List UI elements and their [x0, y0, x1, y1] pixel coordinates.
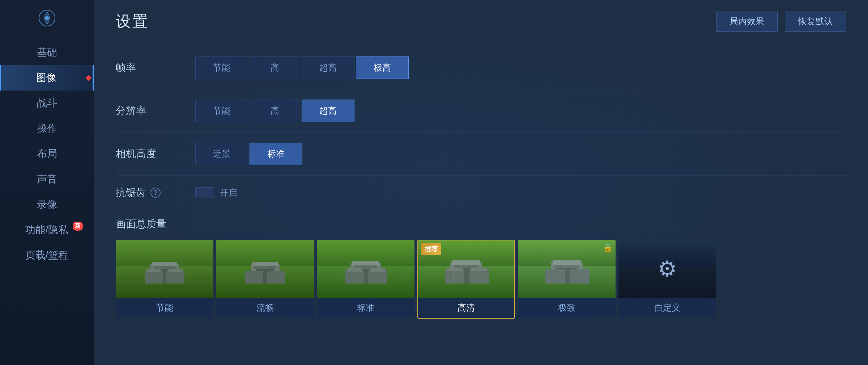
gear-icon: ⚙ — [658, 256, 677, 281]
sidebar-item-page[interactable]: 页载/篮程 — [0, 243, 94, 268]
quality-img-ultra: 🔒 — [518, 240, 616, 298]
camera-height-option-close[interactable]: 近景 — [195, 143, 248, 165]
resolution-option-super-high[interactable]: 超高 — [302, 100, 354, 122]
quality-img-smooth — [216, 240, 314, 298]
svg-rect-11 — [254, 266, 276, 269]
svg-rect-26 — [447, 268, 463, 271]
svg-rect-17 — [345, 270, 364, 284]
logo — [33, 7, 61, 29]
svg-point-1 — [45, 16, 49, 20]
camera-height-option-standard[interactable]: 标准 — [250, 143, 302, 165]
scene-art-standard — [317, 240, 414, 298]
svg-rect-34 — [570, 269, 590, 284]
question-icon[interactable]: ? — [150, 188, 161, 198]
svg-rect-5 — [145, 271, 163, 284]
sidebar-item-label-record: 录像 — [37, 198, 57, 211]
settings-container: 帧率 节能 高 超高 极高 分辨率 节能 高 超高 相机高度 近景 标准 — [116, 46, 846, 210]
quality-name-custom: 自定义 — [618, 298, 716, 318]
quality-name-smooth: 流畅 — [216, 298, 314, 318]
anti-aliasing-label: 抗锯齿 — [116, 186, 146, 200]
active-diamond-indicator — [86, 75, 92, 81]
frame-rate-row: 帧率 节能 高 超高 极高 — [116, 46, 846, 89]
quality-img-save — [116, 240, 213, 298]
quality-name-standard: 标准 — [317, 298, 414, 318]
resolution-row: 分辨率 节能 高 超高 — [116, 89, 846, 133]
camera-height-label: 相机高度 — [116, 147, 195, 161]
svg-rect-10 — [252, 262, 278, 266]
sidebar-nav: 基础 图像 战斗 操作 布局 声音 录像 功能/隐私 新 页载/篮程 — [0, 40, 94, 268]
svg-rect-19 — [347, 268, 362, 272]
quality-card-save[interactable]: 节能 — [116, 240, 213, 319]
sidebar-item-label-sound: 声音 — [37, 172, 57, 186]
sidebar: 基础 图像 战斗 操作 布局 声音 录像 功能/隐私 新 页载/篮程 — [0, 0, 94, 365]
gear-overlay: ⚙ — [618, 240, 716, 298]
quality-img-hd: 推荐 — [417, 240, 515, 298]
scene-art-ultra — [518, 240, 616, 298]
svg-rect-31 — [553, 260, 581, 265]
frame-rate-option-save[interactable]: 节能 — [195, 56, 248, 79]
resolution-option-save[interactable]: 节能 — [195, 100, 248, 122]
svg-rect-7 — [146, 269, 161, 272]
quality-card-ultra[interactable]: 🔒 极致 — [518, 240, 616, 319]
sidebar-item-label-combat: 战斗 — [37, 96, 57, 110]
quality-section: 画面总质量 — [116, 217, 846, 319]
resolution-label: 分辨率 — [116, 104, 195, 118]
anti-aliasing-row: 抗锯齿 ? 开启 — [116, 176, 846, 210]
frame-rate-option-high[interactable]: 高 — [250, 56, 300, 79]
svg-rect-3 — [152, 262, 177, 266]
sidebar-item-sound[interactable]: 声音 — [0, 167, 94, 192]
svg-rect-32 — [554, 265, 579, 268]
camera-height-options: 近景 标准 — [195, 143, 302, 165]
scene-art-smooth — [216, 240, 314, 298]
main-content: 设置 局内效果 恢复默认 帧率 节能 高 超高 极高 分辨率 节能 高 超高 — [94, 0, 868, 365]
quality-name-hd: 高清 — [417, 298, 515, 319]
sidebar-item-label-image: 图像 — [36, 71, 56, 85]
anti-aliasing-toggle-container: 开启 — [195, 187, 237, 198]
sidebar-item-label-basic: 基础 — [37, 46, 57, 59]
sidebar-item-operation[interactable]: 操作 — [0, 116, 94, 141]
svg-rect-13 — [267, 271, 285, 284]
sidebar-item-basic[interactable]: 基础 — [0, 40, 94, 65]
frame-rate-option-super-high[interactable]: 超高 — [302, 56, 354, 79]
sidebar-item-feature[interactable]: 功能/隐私 新 — [0, 217, 94, 243]
header-buttons: 局内效果 恢复默认 — [716, 11, 846, 32]
sidebar-item-layout[interactable]: 布局 — [0, 141, 94, 167]
quality-name-save: 节能 — [116, 298, 213, 318]
anti-aliasing-toggle[interactable] — [195, 187, 214, 198]
new-badge: 新 — [73, 222, 83, 231]
quality-card-custom[interactable]: ⚙ 自定义 — [618, 240, 716, 319]
svg-rect-16 — [354, 265, 377, 269]
sidebar-item-record[interactable]: 录像 — [0, 192, 94, 217]
svg-rect-12 — [245, 271, 263, 284]
sidebar-item-label-operation: 操作 — [37, 122, 57, 135]
svg-rect-6 — [166, 271, 184, 284]
frame-rate-label: 帧率 — [116, 61, 195, 75]
svg-rect-15 — [352, 261, 379, 266]
sidebar-item-label-feature: 功能/隐私 — [25, 223, 69, 237]
camera-height-row: 相机高度 近景 标准 — [116, 133, 846, 176]
svg-rect-27 — [471, 268, 487, 271]
svg-rect-24 — [445, 269, 464, 284]
sidebar-item-image[interactable]: 图像 — [0, 65, 94, 91]
svg-rect-4 — [154, 266, 175, 269]
svg-rect-33 — [545, 269, 565, 284]
quality-title: 画面总质量 — [116, 217, 846, 231]
svg-rect-20 — [370, 268, 385, 272]
scene-art-save — [116, 240, 213, 298]
in-game-effects-button[interactable]: 局内效果 — [716, 11, 778, 32]
quality-card-smooth[interactable]: 流畅 — [216, 240, 314, 319]
quality-card-hd[interactable]: 推荐 高清 — [417, 240, 515, 319]
quality-img-custom: ⚙ — [618, 240, 716, 298]
svg-rect-8 — [168, 269, 183, 272]
recommended-badge: 推荐 — [421, 243, 441, 255]
frame-rate-option-extreme[interactable]: 极高 — [356, 56, 409, 79]
svg-rect-22 — [452, 260, 480, 265]
resolution-option-high[interactable]: 高 — [250, 100, 300, 122]
anti-aliasing-toggle-label: 开启 — [220, 187, 237, 198]
quality-card-standard[interactable]: 标准 — [317, 240, 414, 319]
quality-img-standard — [317, 240, 414, 298]
sidebar-item-combat[interactable]: 战斗 — [0, 91, 94, 116]
resolution-options: 节能 高 超高 — [195, 100, 354, 122]
sidebar-item-label-page: 页载/篮程 — [25, 248, 69, 262]
restore-defaults-button[interactable]: 恢复默认 — [785, 11, 846, 32]
